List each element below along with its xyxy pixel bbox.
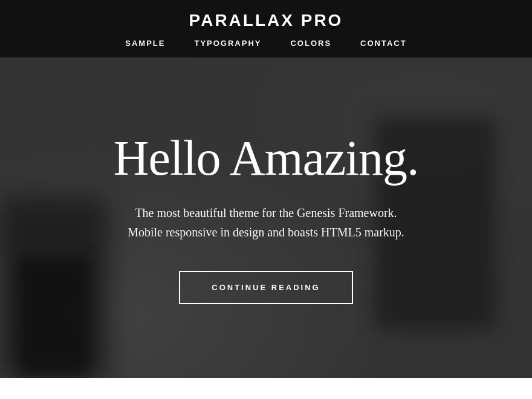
hero-subtext-line2: Mobile responsive in design and boasts H… xyxy=(128,225,404,239)
hero-shape-left xyxy=(18,257,91,378)
hero-subtext-line1: The most beautiful theme for the Genesis… xyxy=(135,206,397,219)
site-title: PARALLAX PRO xyxy=(0,11,532,30)
nav-item-sample[interactable]: SAMPLE xyxy=(125,39,165,48)
hero-heading: Hello Amazing. xyxy=(113,131,418,186)
nav-item-colors[interactable]: COLORS xyxy=(290,39,331,48)
hero-subtext: The most beautiful theme for the Genesis… xyxy=(113,203,418,242)
continue-reading-button[interactable]: CONTINUE READING xyxy=(179,271,352,304)
nav-item-typography[interactable]: TYPOGRAPHY xyxy=(194,39,261,48)
main-nav: SAMPLE TYPOGRAPHY COLORS CONTACT xyxy=(0,39,532,48)
site-header: PARALLAX PRO SAMPLE TYPOGRAPHY COLORS CO… xyxy=(0,0,532,57)
hero-section: Hello Amazing. The most beautiful theme … xyxy=(0,57,532,378)
hero-content: Hello Amazing. The most beautiful theme … xyxy=(89,131,443,303)
nav-item-contact[interactable]: CONTACT xyxy=(360,39,407,48)
